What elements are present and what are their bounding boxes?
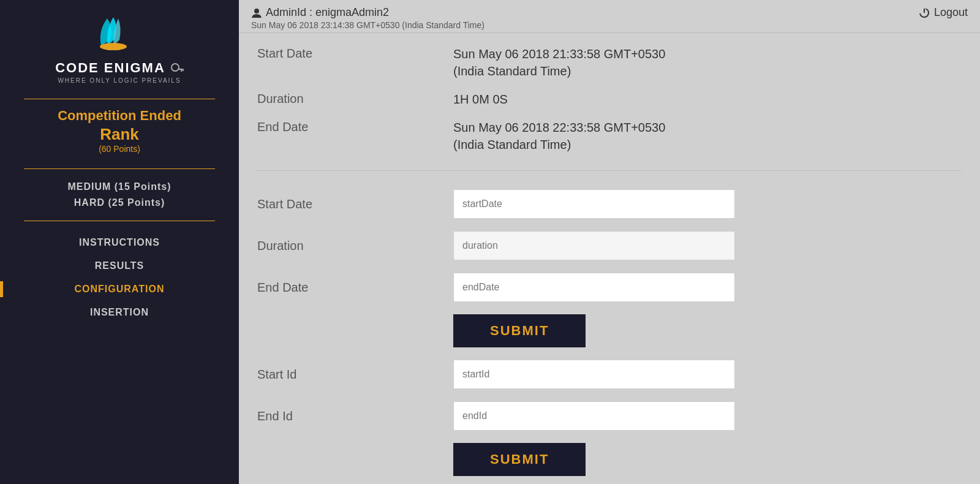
- info-row-enddate: End Date Sun May 06 2018 22:33:58 GMT+05…: [257, 119, 962, 153]
- sidebar: CODE ENIGMA WHERE ONLY LOGIC PREVAILS Co…: [0, 0, 239, 484]
- header: AdminId : enigmaAdmin2 Sun May 06 2018 2…: [239, 0, 980, 33]
- main-content: AdminId : enigmaAdmin2 Sun May 06 2018 2…: [239, 0, 980, 484]
- admin-time: Sun May 06 2018 23:14:38 GMT+0530 (India…: [251, 20, 484, 30]
- form-label-startid: Start Id: [257, 368, 453, 382]
- nav-configuration[interactable]: CONFIGURATION: [0, 281, 239, 297]
- logout-label: Logout: [934, 6, 968, 19]
- divider-mid: [24, 168, 215, 169]
- admin-id-text: AdminId : enigmaAdmin2: [266, 6, 389, 19]
- info-value-enddate: Sun May 06 2018 22:33:58 GMT+0530(India …: [453, 119, 665, 153]
- competition-status: Competition Ended: [58, 108, 181, 124]
- submit-row: SUBMIT: [257, 314, 962, 347]
- info-label-duration: Duration: [257, 91, 453, 106]
- logo-sub: WHERE ONLY LOGIC PREVAILS: [58, 77, 181, 84]
- info-section: Start Date Sun May 06 2018 21:33:58 GMT+…: [257, 33, 962, 171]
- duration-input[interactable]: [453, 231, 735, 260]
- startdate-input[interactable]: [453, 189, 735, 219]
- form-label-startdate: Start Date: [257, 197, 453, 211]
- svg-point-1: [172, 64, 179, 71]
- form-label-duration: Duration: [257, 239, 453, 253]
- submit-button-2[interactable]: SUBMIT: [453, 443, 586, 476]
- info-row-duration: Duration 1H 0M 0S: [257, 91, 962, 108]
- power-icon: [918, 7, 930, 19]
- submit-button[interactable]: SUBMIT: [453, 314, 586, 347]
- logo-name: CODE ENIGMA: [55, 60, 165, 76]
- form-section: Start Date Duration End Date SUBMIT Star…: [257, 183, 962, 476]
- endid-input[interactable]: [453, 401, 735, 431]
- info-label-startdate: Start Date: [257, 45, 453, 61]
- submit-row-2: SUBMIT: [257, 443, 962, 476]
- key-icon: [170, 62, 184, 74]
- form-row-startdate: Start Date: [257, 189, 962, 219]
- divider-top: [24, 99, 215, 99]
- info-label-enddate: End Date: [257, 119, 453, 134]
- svg-point-5: [254, 9, 259, 13]
- difficulty-medium[interactable]: MEDIUM (15 Points): [67, 181, 171, 192]
- form-label-endid: End Id: [257, 409, 453, 423]
- difficulty-list: MEDIUM (15 Points) HARD (25 Points): [0, 181, 239, 208]
- rank-points: (60 Points): [99, 144, 140, 154]
- form-row-startid: Start Id: [257, 360, 962, 389]
- enddate-input[interactable]: [453, 273, 735, 302]
- info-value-duration: 1H 0M 0S: [453, 91, 508, 108]
- user-icon: [251, 7, 262, 18]
- nav-list: INSTRUCTIONS RESULTS CONFIGURATION INSER…: [0, 235, 239, 320]
- admin-info: AdminId : enigmaAdmin2 Sun May 06 2018 2…: [251, 6, 484, 30]
- admin-id-row: AdminId : enigmaAdmin2: [251, 6, 484, 19]
- logo-area: CODE ENIGMA WHERE ONLY LOGIC PREVAILS: [0, 0, 239, 90]
- logout-button[interactable]: Logout: [918, 6, 968, 19]
- form-row-duration: Duration: [257, 231, 962, 260]
- form-label-enddate: End Date: [257, 281, 453, 295]
- divider-bottom: [24, 221, 215, 221]
- logo-icon: [95, 12, 144, 55]
- form-row-endid: End Id: [257, 401, 962, 431]
- content-area: Start Date Sun May 06 2018 21:33:58 GMT+…: [239, 33, 980, 484]
- difficulty-hard[interactable]: HARD (25 Points): [74, 197, 165, 208]
- info-row-startdate: Start Date Sun May 06 2018 21:33:58 GMT+…: [257, 45, 962, 80]
- nav-insertion[interactable]: INSERTION: [0, 304, 239, 320]
- nav-instructions[interactable]: INSTRUCTIONS: [0, 235, 239, 251]
- form-row-enddate: End Date: [257, 273, 962, 302]
- startid-input[interactable]: [453, 360, 735, 389]
- info-value-startdate: Sun May 06 2018 21:33:58 GMT+0530(India …: [453, 45, 665, 80]
- rank-label: Rank: [100, 125, 139, 144]
- logo-text: CODE ENIGMA: [55, 60, 184, 76]
- nav-results[interactable]: RESULTS: [0, 258, 239, 274]
